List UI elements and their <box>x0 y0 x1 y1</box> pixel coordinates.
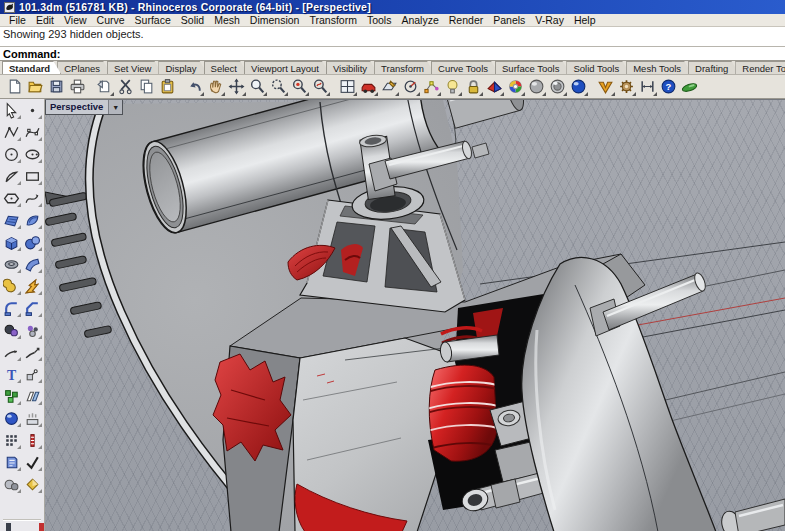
arc-icon[interactable] <box>1 165 22 187</box>
boolean-difference-icon[interactable] <box>1 319 22 341</box>
viewport-title-tab[interactable]: Perspective ▼ <box>45 100 123 115</box>
chamfer-edge-icon[interactable] <box>22 297 43 319</box>
shaded-viewport-icon[interactable] <box>526 77 546 97</box>
viewport-title[interactable]: Perspective <box>46 100 108 114</box>
hide-objects-icon[interactable] <box>442 77 462 97</box>
ghosted-viewport-icon[interactable] <box>547 77 567 97</box>
tab-mesh-tools[interactable]: Mesh Tools <box>626 61 692 74</box>
zoom-dynamic-icon[interactable] <box>247 77 267 97</box>
menu-analyze[interactable]: Analyze <box>396 14 443 26</box>
tab-solid-tools[interactable]: Solid Tools <box>566 61 630 74</box>
print-icon[interactable] <box>67 77 87 97</box>
perspective-viewport[interactable]: Perspective ▼ <box>45 99 785 531</box>
save-icon[interactable] <box>46 77 66 97</box>
paste-icon[interactable] <box>157 77 177 97</box>
grid-options-icon[interactable] <box>1 429 22 451</box>
tab-viewport-layout[interactable]: Viewport Layout <box>244 61 330 74</box>
extend-curve-icon[interactable] <box>22 341 43 363</box>
menu-panels[interactable]: Panels <box>488 14 530 26</box>
viewport-layout-icon[interactable] <box>337 77 357 97</box>
tab-set-view[interactable]: Set View <box>107 61 162 74</box>
render-material-icon[interactable] <box>1 407 22 429</box>
viewport-menu-arrow-icon[interactable]: ▼ <box>108 100 122 114</box>
right-arm[interactable] <box>522 257 716 531</box>
grasshopper-icon[interactable] <box>679 77 699 97</box>
tab-visibility[interactable]: Visibility <box>326 61 378 74</box>
menu-solid[interactable]: Solid <box>176 14 209 26</box>
tab-render-tools[interactable]: Render Tools <box>735 61 785 74</box>
polyline-icon[interactable] <box>1 121 22 143</box>
zoom-selected-icon[interactable] <box>289 77 309 97</box>
check-objects-icon[interactable] <box>22 451 43 473</box>
surface-blend-icon[interactable] <box>22 253 43 275</box>
tab-cplanes[interactable]: CPlanes <box>57 61 111 74</box>
menu-file[interactable]: File <box>4 14 31 26</box>
lights-icon[interactable] <box>22 407 43 429</box>
point-icon[interactable] <box>22 99 43 121</box>
torus-icon[interactable] <box>1 253 22 275</box>
text-icon[interactable]: T <box>1 363 22 385</box>
box-icon[interactable] <box>1 231 22 253</box>
bottom-right-pin[interactable] <box>719 499 785 531</box>
move-icon[interactable] <box>226 77 246 97</box>
clipped-dark-icon[interactable] <box>6 523 11 531</box>
undo-icon[interactable] <box>184 77 204 97</box>
polygon-icon[interactable] <box>1 187 22 209</box>
named-views-icon[interactable] <box>358 77 378 97</box>
set-view-icon[interactable] <box>400 77 420 97</box>
point-edit-icon[interactable] <box>22 363 43 385</box>
zoom-extents-icon[interactable] <box>310 77 330 97</box>
menu-render[interactable]: Render <box>444 14 488 26</box>
vray-options-icon[interactable] <box>595 77 615 97</box>
new-file-icon[interactable] <box>4 77 24 97</box>
menu-tools[interactable]: Tools <box>362 14 397 26</box>
dimension-tools-icon[interactable] <box>637 77 657 97</box>
tab-transform[interactable]: Transform <box>374 61 435 74</box>
rectangle-icon[interactable] <box>22 165 43 187</box>
zoom-window-icon[interactable] <box>268 77 288 97</box>
menu-vray[interactable]: V-Ray <box>530 14 569 26</box>
gumball-icon[interactable] <box>22 473 43 495</box>
layers-icon[interactable] <box>484 77 504 97</box>
pan-icon[interactable] <box>205 77 225 97</box>
array-icon[interactable] <box>22 385 43 407</box>
menu-surface[interactable]: Surface <box>130 14 176 26</box>
menu-mesh[interactable]: Mesh <box>209 14 245 26</box>
explode-icon[interactable] <box>22 275 43 297</box>
render-icon[interactable] <box>568 77 588 97</box>
menu-edit[interactable]: Edit <box>31 14 59 26</box>
rear-tube[interactable] <box>445 100 527 128</box>
command-line[interactable]: Command: <box>0 47 785 61</box>
dimension-icon[interactable] <box>22 429 43 451</box>
lock-objects-icon[interactable] <box>463 77 483 97</box>
pointer-icon[interactable] <box>1 99 22 121</box>
menu-dimension[interactable]: Dimension <box>245 14 305 26</box>
tab-standard[interactable]: Standard <box>2 61 61 74</box>
fillet-curve-icon[interactable] <box>1 341 22 363</box>
surface-patch-icon[interactable] <box>1 209 22 231</box>
menu-transform[interactable]: Transform <box>304 14 361 26</box>
options-gear-icon[interactable] <box>616 77 636 97</box>
model-canvas[interactable] <box>45 100 785 531</box>
menu-curve[interactable]: Curve <box>92 14 130 26</box>
tab-curve-tools[interactable]: Curve Tools <box>431 61 499 74</box>
copy-view-icon[interactable] <box>94 77 114 97</box>
tab-surface-tools[interactable]: Surface Tools <box>495 61 570 74</box>
tab-drafting[interactable]: Drafting <box>688 61 739 74</box>
notes-icon[interactable] <box>1 451 22 473</box>
fillet-edge-icon[interactable] <box>1 297 22 319</box>
copy-icon[interactable] <box>136 77 156 97</box>
object-snap-icon[interactable] <box>421 77 441 97</box>
ellipse-icon[interactable] <box>22 143 43 165</box>
sphere-icon[interactable] <box>22 231 43 253</box>
open-file-icon[interactable] <box>25 77 45 97</box>
boolean-union-icon[interactable] <box>1 275 22 297</box>
menu-view[interactable]: View <box>59 14 92 26</box>
curve-control-points-icon[interactable] <box>22 121 43 143</box>
tab-display[interactable]: Display <box>158 61 207 74</box>
tab-select[interactable]: Select <box>204 61 248 74</box>
surface-loft-icon[interactable] <box>22 209 43 231</box>
circle-icon[interactable] <box>1 143 22 165</box>
cut-icon[interactable] <box>115 77 135 97</box>
cplane-icon[interactable] <box>379 77 399 97</box>
